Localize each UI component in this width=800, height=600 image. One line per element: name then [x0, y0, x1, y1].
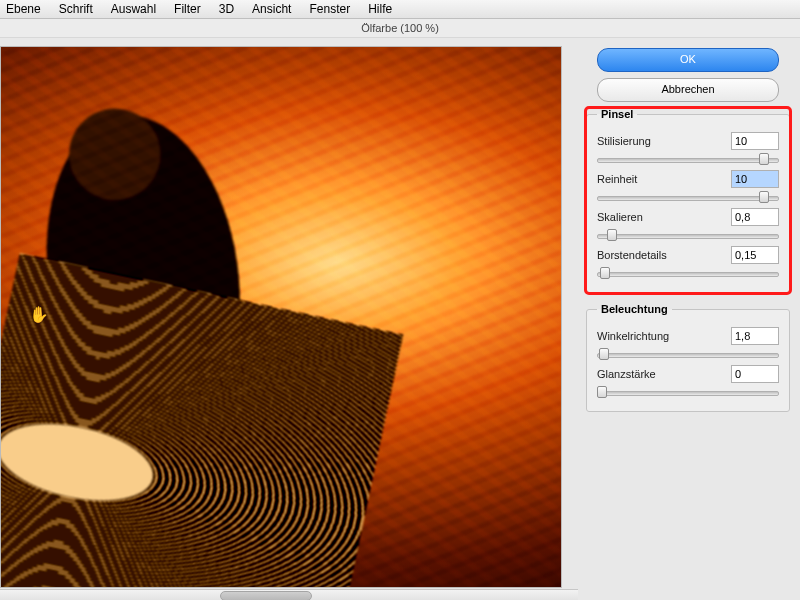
angle-label: Winkelrichtung	[597, 330, 725, 342]
filter-preview-canvas[interactable]: ✋	[0, 46, 562, 588]
lighting-legend: Beleuchtung	[597, 303, 672, 315]
menu-fenster[interactable]: Fenster	[309, 2, 350, 16]
scale-slider[interactable]	[597, 228, 779, 242]
menu-ebene[interactable]: Ebene	[6, 2, 41, 16]
bristle-label: Borstendetails	[597, 249, 725, 261]
scale-input[interactable]	[731, 208, 779, 226]
stylization-label: Stilisierung	[597, 135, 725, 147]
bristle-input[interactable]	[731, 246, 779, 264]
brush-group: Pinsel Stilisierung Reinheit Skalieren	[586, 108, 790, 293]
cleanliness-slider[interactable]	[597, 190, 779, 204]
cleanliness-label: Reinheit	[597, 173, 725, 185]
shine-slider[interactable]	[597, 385, 779, 399]
menu-ansicht[interactable]: Ansicht	[252, 2, 291, 16]
stylization-input[interactable]	[731, 132, 779, 150]
filter-options-sidebar: OK Abbrechen Pinsel Stilisierung Reinhei…	[578, 38, 800, 600]
cancel-button[interactable]: Abbrechen	[597, 78, 779, 102]
menu-3d[interactable]: 3D	[219, 2, 234, 16]
window-title: Ölfarbe (100 %)	[361, 22, 439, 34]
window-title-bar: Ölfarbe (100 %)	[0, 19, 800, 38]
menu-hilfe[interactable]: Hilfe	[368, 2, 392, 16]
stylization-slider[interactable]	[597, 152, 779, 166]
brush-legend: Pinsel	[597, 108, 637, 120]
cleanliness-input[interactable]	[731, 170, 779, 188]
scale-label: Skalieren	[597, 211, 725, 223]
horizontal-scrollbar[interactable]	[0, 589, 578, 600]
angle-input[interactable]	[731, 327, 779, 345]
menu-bar: Ebene Schrift Auswahl Filter 3D Ansicht …	[0, 0, 800, 19]
preview-pane: ✋	[0, 38, 578, 600]
ok-button[interactable]: OK	[597, 48, 779, 72]
preview-image	[1, 47, 561, 587]
bristle-slider[interactable]	[597, 266, 779, 280]
angle-slider[interactable]	[597, 347, 779, 361]
shine-label: Glanzstärke	[597, 368, 725, 380]
menu-auswahl[interactable]: Auswahl	[111, 2, 156, 16]
scrollbar-thumb[interactable]	[220, 591, 312, 600]
menu-schrift[interactable]: Schrift	[59, 2, 93, 16]
menu-filter[interactable]: Filter	[174, 2, 201, 16]
lighting-group: Beleuchtung Winkelrichtung Glanzstärke	[586, 303, 790, 412]
shine-input[interactable]	[731, 365, 779, 383]
